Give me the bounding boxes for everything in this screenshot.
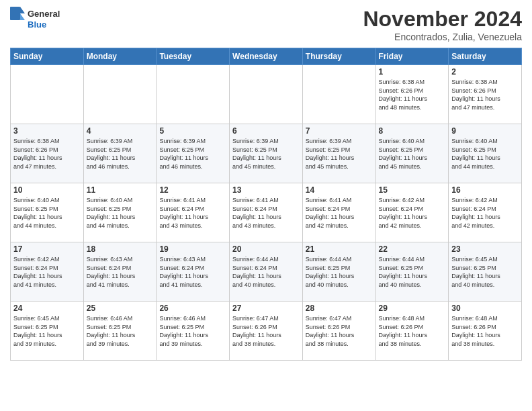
calendar-cell: 26Sunrise: 6:46 AM Sunset: 6:25 PM Dayli… [157,302,230,361]
header-thursday: Thursday [302,48,375,65]
day-number: 9 [451,126,519,136]
cell-info: Sunrise: 6:46 AM Sunset: 6:25 PM Dayligh… [159,314,226,348]
cell-info: Sunrise: 6:43 AM Sunset: 6:24 PM Dayligh… [87,255,154,289]
day-number: 6 [232,126,300,136]
calendar-cell: 18Sunrise: 6:43 AM Sunset: 6:24 PM Dayli… [83,242,157,302]
day-number: 26 [159,304,226,313]
day-number: 21 [306,244,373,254]
calendar-cell: 3Sunrise: 6:38 AM Sunset: 6:26 PM Daylig… [11,124,84,183]
calendar-cell: 9Sunrise: 6:40 AM Sunset: 6:25 PM Daylig… [449,124,522,183]
calendar-week-row: 3Sunrise: 6:38 AM Sunset: 6:26 PM Daylig… [11,124,522,183]
day-number: 29 [379,304,446,313]
day-number: 25 [87,304,154,313]
calendar-cell: 10Sunrise: 6:40 AM Sunset: 6:25 PM Dayli… [11,183,84,242]
cell-info: Sunrise: 6:42 AM Sunset: 6:24 PM Dayligh… [451,196,519,230]
calendar-cell: 21Sunrise: 6:44 AM Sunset: 6:25 PM Dayli… [302,242,375,302]
calendar-header-row: Sunday Monday Tuesday Wednesday Thursday… [11,48,522,65]
cell-info: Sunrise: 6:41 AM Sunset: 6:24 PM Dayligh… [232,196,300,230]
cell-info: Sunrise: 6:43 AM Sunset: 6:24 PM Dayligh… [159,255,226,289]
calendar-cell: 14Sunrise: 6:41 AM Sunset: 6:24 PM Dayli… [302,183,375,242]
calendar-cell [11,65,84,124]
cell-info: Sunrise: 6:47 AM Sunset: 6:26 PM Dayligh… [306,314,373,348]
calendar-cell: 27Sunrise: 6:47 AM Sunset: 6:26 PM Dayli… [230,302,303,361]
day-number: 27 [232,304,300,313]
day-number: 16 [451,185,519,195]
calendar-week-row: 24Sunrise: 6:45 AM Sunset: 6:25 PM Dayli… [11,302,522,361]
cell-info: Sunrise: 6:39 AM Sunset: 6:25 PM Dayligh… [159,137,226,171]
day-number: 2 [451,67,519,77]
calendar-cell: 8Sunrise: 6:40 AM Sunset: 6:25 PM Daylig… [375,124,449,183]
calendar-cell: 6Sunrise: 6:39 AM Sunset: 6:25 PM Daylig… [230,124,303,183]
cell-info: Sunrise: 6:38 AM Sunset: 6:26 PM Dayligh… [13,137,81,171]
header: General Blue November 2024 Encontrados, … [10,7,522,42]
cell-info: Sunrise: 6:45 AM Sunset: 6:25 PM Dayligh… [13,314,81,348]
cell-info: Sunrise: 6:48 AM Sunset: 6:26 PM Dayligh… [451,314,519,348]
calendar-cell: 19Sunrise: 6:43 AM Sunset: 6:24 PM Dayli… [157,242,230,302]
logo: General Blue [10,7,60,32]
day-number: 12 [159,185,226,195]
day-number: 18 [87,244,154,254]
calendar-cell: 24Sunrise: 6:45 AM Sunset: 6:25 PM Dayli… [11,302,84,361]
cell-info: Sunrise: 6:40 AM Sunset: 6:25 PM Dayligh… [13,196,81,230]
calendar-cell: 15Sunrise: 6:42 AM Sunset: 6:24 PM Dayli… [375,183,449,242]
cell-info: Sunrise: 6:42 AM Sunset: 6:24 PM Dayligh… [13,255,81,289]
calendar-cell: 23Sunrise: 6:45 AM Sunset: 6:25 PM Dayli… [449,242,522,302]
calendar-cell: 28Sunrise: 6:47 AM Sunset: 6:26 PM Dayli… [302,302,375,361]
cell-info: Sunrise: 6:39 AM Sunset: 6:25 PM Dayligh… [87,137,154,171]
calendar-cell: 2Sunrise: 6:38 AM Sunset: 6:26 PM Daylig… [449,65,522,124]
calendar-week-row: 10Sunrise: 6:40 AM Sunset: 6:25 PM Dayli… [11,183,522,242]
cell-info: Sunrise: 6:40 AM Sunset: 6:25 PM Dayligh… [379,137,446,171]
calendar-cell: 22Sunrise: 6:44 AM Sunset: 6:25 PM Dayli… [375,242,449,302]
day-number: 4 [87,126,154,136]
calendar-table: Sunday Monday Tuesday Wednesday Thursday… [10,48,522,361]
logo-blue: Blue [28,19,60,30]
calendar-cell: 17Sunrise: 6:42 AM Sunset: 6:24 PM Dayli… [11,242,84,302]
cell-info: Sunrise: 6:45 AM Sunset: 6:25 PM Dayligh… [451,255,519,289]
calendar-cell: 25Sunrise: 6:46 AM Sunset: 6:25 PM Dayli… [83,302,157,361]
title-section: November 2024 Encontrados, Zulia, Venezu… [363,7,522,42]
header-sunday: Sunday [11,48,84,65]
header-monday: Monday [83,48,157,65]
day-number: 3 [13,126,81,136]
calendar-week-row: 1Sunrise: 6:38 AM Sunset: 6:26 PM Daylig… [11,65,522,124]
cell-info: Sunrise: 6:38 AM Sunset: 6:26 PM Dayligh… [451,78,519,111]
calendar-cell: 29Sunrise: 6:48 AM Sunset: 6:26 PM Dayli… [375,302,449,361]
day-number: 24 [13,304,81,313]
day-number: 19 [159,244,226,254]
calendar-cell [230,65,303,124]
calendar-cell: 20Sunrise: 6:44 AM Sunset: 6:24 PM Dayli… [230,242,303,302]
calendar-cell: 13Sunrise: 6:41 AM Sunset: 6:24 PM Dayli… [230,183,303,242]
month-title: November 2024 [363,7,522,32]
day-number: 20 [232,244,300,254]
calendar-cell: 1Sunrise: 6:38 AM Sunset: 6:26 PM Daylig… [375,65,449,124]
header-friday: Friday [375,48,449,65]
calendar-cell [83,65,157,124]
header-wednesday: Wednesday [230,48,303,65]
logo-svg [10,7,25,32]
day-number: 22 [379,244,446,254]
calendar-cell: 12Sunrise: 6:41 AM Sunset: 6:24 PM Dayli… [157,183,230,242]
calendar-cell: 16Sunrise: 6:42 AM Sunset: 6:24 PM Dayli… [449,183,522,242]
day-number: 13 [232,185,300,195]
day-number: 10 [13,185,81,195]
day-number: 15 [379,185,446,195]
logo-general: General [28,9,60,19]
svg-marker-2 [20,13,25,20]
day-number: 23 [451,244,519,254]
day-number: 11 [87,185,154,195]
calendar-cell: 5Sunrise: 6:39 AM Sunset: 6:25 PM Daylig… [157,124,230,183]
day-number: 14 [306,185,373,195]
day-number: 8 [379,126,446,136]
cell-info: Sunrise: 6:39 AM Sunset: 6:25 PM Dayligh… [306,137,373,171]
header-tuesday: Tuesday [157,48,230,65]
calendar-cell: 7Sunrise: 6:39 AM Sunset: 6:25 PM Daylig… [302,124,375,183]
day-number: 30 [451,304,519,313]
cell-info: Sunrise: 6:38 AM Sunset: 6:26 PM Dayligh… [379,78,446,111]
day-number: 1 [379,67,446,77]
location: Encontrados, Zulia, Venezuela [363,32,522,42]
cell-info: Sunrise: 6:44 AM Sunset: 6:25 PM Dayligh… [379,255,446,289]
cell-info: Sunrise: 6:41 AM Sunset: 6:24 PM Dayligh… [159,196,226,230]
calendar-cell [157,65,230,124]
calendar-cell [302,65,375,124]
svg-rect-0 [10,7,20,20]
